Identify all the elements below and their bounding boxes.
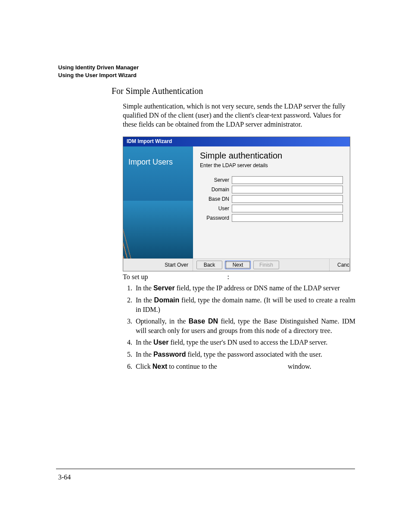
field-row-domain: Domain: [200, 186, 343, 193]
field-row-user: User: [200, 205, 343, 212]
wizard-main-subtext: Enter the LDAP server details: [200, 162, 343, 168]
step-5: In the Password field, type the password…: [134, 350, 355, 359]
cancel-button-truncated[interactable]: Canc: [337, 262, 349, 268]
server-label: Server: [200, 177, 232, 183]
section-heading: For Simple Authentication: [112, 86, 355, 96]
next-term: Next: [153, 363, 168, 370]
user-term: User: [153, 339, 169, 346]
steps-list: In the Server field, type the IP address…: [123, 283, 355, 371]
password-input[interactable]: [232, 214, 343, 222]
running-head-line2: Using the User Import Wizard: [58, 72, 139, 79]
running-head-line1: Using Identity Driven Manager: [58, 64, 139, 72]
finish-button[interactable]: Finish: [253, 261, 279, 269]
setup-colon: :: [227, 273, 229, 280]
wizard-main-panel: Simple authentication Enter the LDAP ser…: [193, 146, 350, 258]
next-button[interactable]: Next: [225, 261, 251, 269]
step-3: Optionally, in the Base DN field, type t…: [134, 317, 355, 335]
basedn-input[interactable]: [232, 195, 343, 203]
idm-import-wizard: IDM Import Wizard Import Users Simple au…: [123, 137, 350, 271]
content-column: For Simple Authentication Simple authent…: [123, 86, 355, 371]
start-over-link[interactable]: Start Over: [165, 262, 188, 268]
start-over-cell: Start Over: [123, 259, 193, 271]
domain-input[interactable]: [232, 186, 343, 193]
wizard-footer: Start Over Back Next Finish Canc: [123, 258, 350, 271]
wizard-nav-buttons: Back Next Finish: [193, 259, 329, 271]
wizard-side-title: Import Users: [123, 146, 193, 201]
running-head: Using Identity Driven Manager Using the …: [58, 64, 139, 79]
step-6: Click Next to continue to the window.: [134, 362, 355, 371]
wizard-body: Import Users Simple authentication Enter…: [123, 146, 350, 258]
section-intro: Simple authentication, which is not very…: [123, 102, 355, 129]
step-1: In the Server field, type the IP address…: [134, 283, 355, 293]
step-4: In the User field, type the user's DN us…: [134, 338, 355, 347]
server-input[interactable]: [232, 176, 343, 184]
wizard-main-heading: Simple authentication: [200, 151, 343, 161]
setup-prefix: To set up: [123, 273, 149, 280]
wizard-side-image: [123, 201, 193, 258]
basedn-label: Base DN: [200, 196, 232, 202]
page-number: 3-64: [58, 473, 71, 481]
password-term: Password: [153, 351, 186, 358]
wizard-main-spacer: [200, 224, 343, 247]
field-row-password: Password: [200, 214, 343, 222]
page-rule: [56, 469, 355, 469]
back-button[interactable]: Back: [196, 261, 222, 269]
user-label: User: [200, 205, 232, 212]
page: Using Identity Driven Manager Using the …: [0, 0, 411, 532]
wizard-side-panel: Import Users: [123, 146, 193, 258]
step-2: In the Domain field, type the domain nam…: [134, 296, 355, 314]
password-label: Password: [200, 215, 232, 221]
server-term: Server: [153, 284, 175, 292]
wizard-titlebar: IDM Import Wizard: [123, 137, 350, 146]
field-row-server: Server: [200, 176, 343, 184]
basedn-term: Base DN: [189, 317, 218, 325]
field-row-basedn: Base DN: [200, 195, 343, 203]
setup-caption: To set up :: [123, 273, 355, 281]
cancel-cell: Canc: [329, 259, 350, 271]
domain-label: Domain: [200, 187, 232, 193]
domain-term: Domain: [154, 296, 180, 304]
user-input[interactable]: [232, 205, 343, 212]
